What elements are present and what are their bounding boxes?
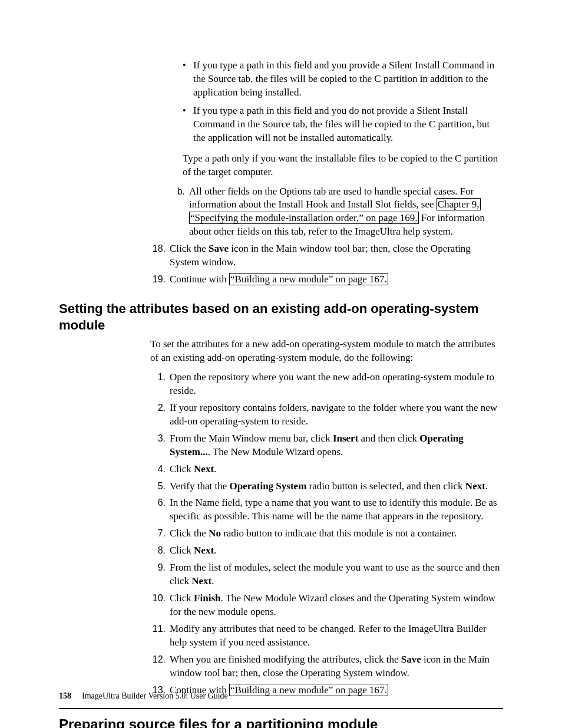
step-text: Click the	[170, 528, 209, 539]
step-text: . The New Module Wizard opens.	[208, 446, 343, 457]
step-number: 5.	[147, 480, 166, 493]
step-text: Continue with	[170, 274, 229, 285]
step-number: 18.	[147, 242, 166, 255]
ui-label: No	[209, 528, 221, 539]
ui-label: Next	[191, 575, 211, 587]
step-number: 2.	[147, 401, 166, 414]
step-text: Modify any attributes that need to be ch…	[170, 623, 487, 648]
section-heading: Setting the attributes based on an exist…	[59, 301, 503, 333]
section-heading: Preparing source files for a partitionin…	[59, 715, 503, 728]
footer-text: ImageUltra Builder Version 5.0: User Gui…	[82, 691, 228, 700]
step-text: From the Main Window menu bar, click	[170, 433, 333, 444]
step-number: b.	[166, 185, 185, 198]
ui-label: Next	[465, 480, 485, 492]
step-3: 3.From the Main Window menu bar, click I…	[150, 432, 501, 459]
ui-label: Next	[194, 463, 214, 475]
step-text: .	[211, 575, 214, 587]
step-8: 8.Click Next.	[150, 544, 501, 558]
step-4: 4.Click Next.	[150, 463, 501, 476]
ui-label: Finish	[194, 592, 220, 604]
page-number: 158	[59, 691, 71, 700]
content-column: If you type a path in this field and you…	[150, 59, 501, 286]
cross-ref-link[interactable]: Chapter 9,	[437, 198, 481, 210]
step-7: 7.Click the No radio button to indicate …	[150, 527, 501, 541]
bullet-item: If you type a path in this field and you…	[183, 104, 501, 145]
step-text: and then click	[358, 433, 419, 444]
step-5: 5.Verify that the Operating System radio…	[150, 480, 501, 493]
step-text: Click	[170, 545, 194, 556]
step-list: 18. Click the Save icon in the Main wind…	[150, 242, 501, 286]
cross-ref-link[interactable]: “Specifying the module-installation orde…	[189, 212, 419, 224]
section-rule	[59, 708, 503, 709]
bullet-text: If you type a path in this field and you…	[193, 105, 490, 143]
cross-ref-link[interactable]: “Building a new module” on page 167.	[229, 273, 388, 285]
step-18: 18. Click the Save icon in the Main wind…	[150, 242, 501, 269]
ui-label: Save	[401, 654, 421, 665]
step-number: 19.	[147, 273, 166, 286]
step-number: 3.	[147, 432, 166, 445]
ui-label: Operating System	[230, 480, 307, 492]
nested-bullet-block: If you type a path in this field and you…	[183, 59, 501, 179]
bullet-item: If you type a path in this field and you…	[183, 59, 501, 100]
step-text: .	[214, 545, 216, 556]
step-number: 8.	[147, 544, 166, 557]
paragraph: To set the attributes for a new add-on o…	[150, 338, 501, 365]
step-11: 11.Modify any attributes that need to be…	[150, 622, 501, 650]
cross-ref-link[interactable]: “Building a new module” on page 167.	[229, 684, 388, 696]
step-12: 12.When you are finished modifying the a…	[150, 653, 501, 680]
step-text: If your repository contains folders, nav…	[170, 402, 497, 427]
step-text: Click	[170, 463, 194, 475]
step-text: radio button is selected, and then click	[306, 480, 465, 492]
step-text: From the list of modules, select the mod…	[170, 562, 500, 587]
step-list: 1.Open the repository where you want the…	[150, 371, 501, 697]
step-number: 10.	[147, 592, 166, 605]
step-text: .	[214, 463, 216, 475]
step-text: Open the repository where you want the n…	[170, 371, 494, 396]
page-footer: 158ImageUltra Builder Version 5.0: User …	[59, 691, 228, 702]
page: If you type a path in this field and you…	[0, 0, 562, 728]
ui-label: Next	[194, 545, 214, 556]
step-number: 6.	[147, 496, 166, 509]
step-number: 7.	[147, 527, 166, 540]
step-9: 9.From the list of modules, select the m…	[150, 561, 501, 588]
step-number: 1.	[147, 371, 166, 384]
bullet-list: If you type a path in this field and you…	[183, 59, 501, 145]
step-2: 2.If your repository contains folders, n…	[150, 401, 501, 429]
step-text: radio button to indicate that this modul…	[221, 528, 457, 539]
step-text: All other fields on the Options tab are …	[189, 186, 474, 210]
ui-label: Insert	[333, 433, 358, 444]
paragraph: Type a path only if you want the install…	[183, 152, 501, 179]
step-text: When you are finished modifying the attr…	[170, 654, 401, 665]
sub-step-list: b. All other fields on the Options tab a…	[170, 185, 501, 239]
step-number: 11.	[147, 622, 166, 635]
step-number: 4.	[147, 463, 166, 476]
step-number: 9.	[147, 561, 166, 574]
step-text: .	[485, 480, 488, 492]
step-19: 19. Continue with “Building a new module…	[150, 273, 501, 286]
content-column: To set the attributes for a new add-on o…	[150, 338, 501, 697]
step-text: Click the	[170, 243, 209, 254]
step-number: 12.	[147, 653, 166, 666]
sub-step-b: b. All other fields on the Options tab a…	[170, 185, 501, 239]
step-text: In the Name field, type a name that you …	[170, 497, 497, 522]
step-text: Click	[170, 592, 194, 604]
step-1: 1.Open the repository where you want the…	[150, 371, 501, 398]
ui-label: Save	[209, 243, 229, 254]
step-text: Verify that the	[170, 480, 230, 492]
bullet-text: If you type a path in this field and you…	[193, 60, 494, 98]
step-10: 10.Click Finish. The New Module Wizard c…	[150, 592, 501, 619]
step-6: 6.In the Name field, type a name that yo…	[150, 496, 501, 523]
